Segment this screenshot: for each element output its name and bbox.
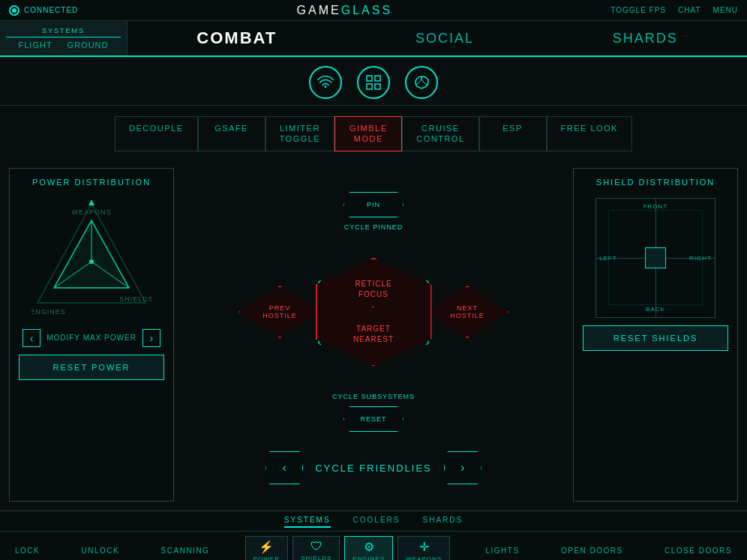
next-hostile-button[interactable]: NEXT HOSTILE <box>426 286 508 338</box>
cycle-friendlies-row: ‹ CYCLE FRIENDLIES › <box>266 451 482 484</box>
unlock-button[interactable]: UNLOCK <box>76 544 126 558</box>
left-panel: POWER DISTRIBUTION WEAPONS SHIELDS ENGIN… <box>9 168 174 502</box>
grid-icon-button[interactable] <box>357 66 390 99</box>
reset-power-button[interactable]: RESET POWER <box>19 355 164 380</box>
title-glass: GLASS <box>341 4 392 16</box>
cycle-friendlies-prev-button[interactable]: ‹ <box>266 451 303 484</box>
nav-section: SYSTEMS FLIGHT GROUND COMBAT SOCIAL SHAR… <box>0 21 747 57</box>
flight-tab[interactable]: FLIGHT <box>18 40 52 49</box>
bottom-section: SYSTEMS COOLERS SHARDS LOCK UNLOCK SCANN… <box>0 511 747 560</box>
toggle-fps-button[interactable]: TOGGLE FPS <box>610 6 666 14</box>
esp-toggle[interactable]: ESP <box>479 116 547 151</box>
engines-icon-button[interactable]: ⚙ ENGINES <box>344 536 393 560</box>
weapons-icon: ✛ <box>419 540 429 554</box>
cycle-subsystems-button[interactable]: CYCLE SUBSYSTEMS <box>332 393 415 400</box>
systems-label: SYSTEMS <box>6 27 121 37</box>
connected-label: CONNECTED <box>24 6 78 14</box>
svg-rect-2 <box>367 84 372 89</box>
gimble-mode-toggle[interactable]: GIMBLE MODE <box>334 116 402 151</box>
title-game: GAME <box>297 4 341 16</box>
cycle-pinned-button[interactable]: CYCLE PINNED <box>344 223 404 231</box>
close-doors-button[interactable]: CLOSE DOORS <box>658 544 738 558</box>
reset-button[interactable]: RESET <box>344 406 404 432</box>
connected-icon <box>9 5 20 16</box>
right-panel: SHIELD DISTRIBUTION FRONT BACK LEFT RIGH… <box>573 168 738 502</box>
free-look-toggle[interactable]: FREE LOOK <box>547 116 632 151</box>
power-icon-button[interactable]: ⚡ POWER <box>245 536 288 560</box>
reset-shields-button[interactable]: RESET SHIELDS <box>583 325 728 351</box>
bottom-tab-systems[interactable]: SYSTEMS <box>284 516 331 528</box>
hud-container: PIN CYCLE PINNED ‹ › PREV HOSTILE RETICL… <box>231 184 516 439</box>
decouple-toggle[interactable]: DECOUPLE <box>115 116 198 151</box>
shield-dist-title: SHIELD DISTRIBUTION <box>596 178 715 187</box>
open-doors-button[interactable]: OPEN DOORS <box>555 544 629 558</box>
shards-nav[interactable]: SHARDS <box>598 21 693 55</box>
power-icon: ⚡ <box>259 540 274 554</box>
connected-badge: CONNECTED <box>9 5 78 16</box>
weapons-icon-button[interactable]: ✛ WEAPONS <box>398 536 450 560</box>
reticle-focus-button[interactable]: RETICLE FOCUS - TARGET NEAREST <box>316 258 432 367</box>
top-right-buttons: TOGGLE FPS CHAT MENU <box>610 6 738 14</box>
svg-text:SHIELDS: SHIELDS <box>119 295 152 303</box>
power-triangle: WEAPONS SHIELDS ENGINES <box>32 198 152 318</box>
svg-point-9 <box>89 259 94 264</box>
svg-rect-3 <box>375 84 380 89</box>
shield-back-label: BACK <box>646 306 665 313</box>
modify-power-label: MODIFY MAX POWER <box>46 334 136 342</box>
menu-button[interactable]: MENU <box>713 6 738 14</box>
prev-hostile-button[interactable]: PREV HOSTILE <box>238 286 321 338</box>
icon-row <box>0 57 747 106</box>
top-bar: CONNECTED GAMEGLASS TOGGLE FPS CHAT MENU <box>0 0 747 21</box>
engines-icon-label: ENGINES <box>352 556 385 560</box>
modify-power-prev-button[interactable]: ‹ <box>22 329 40 347</box>
gsafe-toggle[interactable]: GSAFE <box>198 116 266 151</box>
svg-text:WEAPONS: WEAPONS <box>71 208 111 216</box>
social-nav[interactable]: SOCIAL <box>400 21 489 55</box>
svg-rect-1 <box>375 76 380 81</box>
svg-rect-0 <box>367 76 372 81</box>
bottom-actions: LOCK UNLOCK SCANNING ⚡ POWER 🛡 SHIELDS ⚙… <box>0 532 747 560</box>
wifi-icon-button[interactable] <box>309 66 342 99</box>
bottom-tab-coolers[interactable]: COOLERS <box>353 516 400 528</box>
shield-front-label: FRONT <box>644 203 668 210</box>
svg-marker-13 <box>88 199 94 205</box>
leaf-icon-button[interactable] <box>405 66 438 99</box>
combat-nav[interactable]: COMBAT <box>182 21 292 55</box>
system-icon-group: ⚡ POWER 🛡 SHIELDS ⚙ ENGINES ✛ WEAPONS <box>245 536 450 560</box>
scanning-button[interactable]: SCANNING <box>155 544 216 558</box>
svg-text:ENGINES: ENGINES <box>32 308 66 316</box>
chat-button[interactable]: CHAT <box>678 6 700 14</box>
limiter-toggle[interactable]: LIMITER TOGGLE <box>266 116 335 151</box>
engines-icon: ⚙ <box>364 540 374 554</box>
bottom-tab-shards[interactable]: SHARDS <box>423 516 464 528</box>
shields-icon-button[interactable]: 🛡 SHIELDS <box>292 536 340 560</box>
systems-sub: FLIGHT GROUND <box>18 40 108 49</box>
cycle-friendlies-next-button[interactable]: › <box>444 451 482 484</box>
toggle-row: DECOUPLE GSAFE LIMITER TOGGLE GIMBLE MOD… <box>0 106 747 159</box>
bottom-tabs: SYSTEMS COOLERS SHARDS <box>0 511 747 532</box>
cruise-control-toggle[interactable]: CRUISE CONTROL <box>402 116 478 151</box>
systems-tab: SYSTEMS FLIGHT GROUND <box>0 21 128 55</box>
pin-button[interactable]: PIN <box>344 192 404 217</box>
shields-icon-label: SHIELDS <box>301 555 332 560</box>
weapons-icon-label: WEAPONS <box>406 556 442 560</box>
power-icon-label: POWER <box>254 556 280 560</box>
cycle-friendlies-label: CYCLE FRIENDLIES <box>315 463 432 474</box>
modify-power-row: ‹ MODIFY MAX POWER › <box>22 329 160 347</box>
app-title: GAMEGLASS <box>297 4 392 17</box>
main-content: POWER DISTRIBUTION WEAPONS SHIELDS ENGIN… <box>0 159 747 511</box>
ground-tab[interactable]: GROUND <box>68 40 109 49</box>
lights-button[interactable]: LIGHTS <box>479 544 525 558</box>
main-nav: COMBAT SOCIAL SHARDS <box>128 21 747 55</box>
power-dist-title: POWER DISTRIBUTION <box>32 178 151 187</box>
shields-icon: 🛡 <box>310 540 322 553</box>
lock-button[interactable]: LOCK <box>9 544 46 558</box>
shield-grid: FRONT BACK LEFT RIGHT <box>596 198 716 318</box>
modify-power-next-button[interactable]: › <box>142 329 160 347</box>
center-panel: PIN CYCLE PINNED ‹ › PREV HOSTILE RETICL… <box>183 168 564 502</box>
